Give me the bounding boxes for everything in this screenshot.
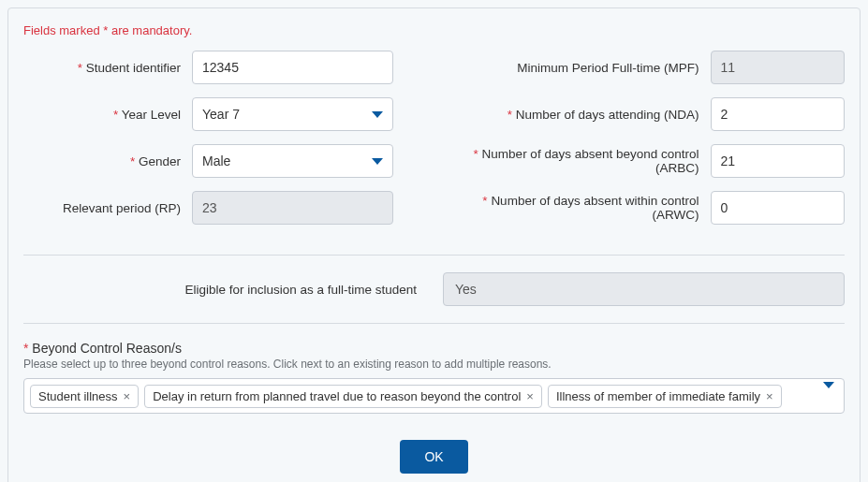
right-column: Minimum Period Full-time (MPF) 11 * Numb… <box>453 51 846 238</box>
left-column: * Student identifier * Year Level Year 7 <box>23 51 416 238</box>
label-text: Number of days absent within control (AR… <box>491 194 699 222</box>
label-gender: * Gender <box>23 154 192 168</box>
chip-label: Illness of member of immediate family <box>556 389 760 403</box>
input-nda[interactable] <box>711 97 846 131</box>
input-student-identifier[interactable] <box>192 51 393 84</box>
mandatory-note: Fields marked * are mandatory. <box>23 23 845 37</box>
field-mpf: Minimum Period Full-time (MPF) 11 <box>453 51 846 84</box>
chip-reason: Student illness × <box>30 385 139 408</box>
chevron-down-icon <box>372 111 383 118</box>
field-nda: * Number of days attending (NDA) <box>453 97 846 131</box>
value-text: Yes <box>455 282 477 297</box>
required-marker: * <box>78 61 82 75</box>
input-arbc[interactable] <box>711 144 846 178</box>
select-year-level[interactable]: Year 7 <box>192 97 393 131</box>
label-eligible: Eligible for inclusion as a full-time st… <box>23 283 426 297</box>
close-icon[interactable]: × <box>766 390 773 402</box>
fields-grid: * Student identifier * Year Level Year 7 <box>23 51 845 238</box>
readonly-eligible: Yes <box>443 272 845 306</box>
readonly-relevant-period: 23 <box>192 191 393 225</box>
chip-reason: Illness of member of immediate family × <box>548 385 782 408</box>
mandatory-note-prefix: Fields marked <box>23 23 103 37</box>
label-text: Gender <box>139 154 181 168</box>
chevron-down-icon <box>372 158 383 165</box>
label-text: Minimum Period Full-time (MPF) <box>517 61 699 75</box>
chip-label: Student illness <box>38 389 118 403</box>
button-row: OK <box>23 440 845 474</box>
ok-button[interactable]: OK <box>400 440 467 474</box>
divider <box>23 255 845 256</box>
chip-label: Delay in return from planned travel due … <box>153 389 521 403</box>
label-arbc: * Number of days absent beyond control (… <box>453 147 711 175</box>
required-marker: * <box>113 108 118 122</box>
label-year-level: * Year Level <box>23 108 192 122</box>
label-relevant-period: Relevant period (RP) <box>23 201 192 215</box>
input-arwc[interactable] <box>711 191 846 225</box>
field-student-identifier: * Student identifier <box>23 51 416 84</box>
select-value: Year 7 <box>202 107 240 122</box>
field-arwc: * Number of days absent within control (… <box>453 191 846 225</box>
divider <box>23 323 845 324</box>
label-text: Number of days attending (NDA) <box>516 108 699 122</box>
label-student-identifier: * Student identifier <box>23 61 192 75</box>
label-beyond-control: * Beyond Control Reason/s <box>23 341 845 356</box>
label-nda: * Number of days attending (NDA) <box>453 108 711 122</box>
close-icon[interactable]: × <box>526 390 534 402</box>
hint-beyond-control: Please select up to three beyond control… <box>23 358 845 371</box>
multiselect-beyond-control[interactable]: Student illness × Delay in return from p… <box>23 378 845 414</box>
select-value: Male <box>202 153 230 168</box>
label-text: Relevant period (RP) <box>63 201 181 215</box>
form-panel: Fields marked * are mandatory. * Student… <box>7 7 861 482</box>
field-relevant-period: Relevant period (RP) 23 <box>23 191 416 225</box>
select-gender[interactable]: Male <box>192 144 393 178</box>
value-text: 11 <box>721 60 736 75</box>
field-arbc: * Number of days absent beyond control (… <box>453 144 846 178</box>
required-marker: * <box>508 108 512 122</box>
required-marker: * <box>474 147 478 161</box>
label-text: Number of days absent beyond control (AR… <box>482 147 699 175</box>
close-icon[interactable]: × <box>124 390 131 402</box>
field-eligible: Eligible for inclusion as a full-time st… <box>23 272 845 306</box>
value-text: 23 <box>202 200 217 215</box>
readonly-mpf: 11 <box>711 51 846 84</box>
label-mpf: Minimum Period Full-time (MPF) <box>453 61 711 75</box>
chevron-down-icon <box>823 382 834 403</box>
label-arwc: * Number of days absent within control (… <box>453 194 711 222</box>
label-text: Student identifier <box>86 61 181 75</box>
mandatory-note-suffix: are mandatory. <box>108 23 192 37</box>
label-text: Beyond Control Reason/s <box>32 341 182 356</box>
multiselect-dropdown-toggle[interactable] <box>823 388 834 403</box>
required-marker: * <box>482 194 487 208</box>
chip-reason: Delay in return from planned travel due … <box>144 385 542 408</box>
label-text: Year Level <box>122 108 181 122</box>
field-year-level: * Year Level Year 7 <box>23 97 416 131</box>
required-marker: * <box>23 341 28 356</box>
required-marker: * <box>130 154 135 168</box>
field-gender: * Gender Male <box>23 144 416 178</box>
